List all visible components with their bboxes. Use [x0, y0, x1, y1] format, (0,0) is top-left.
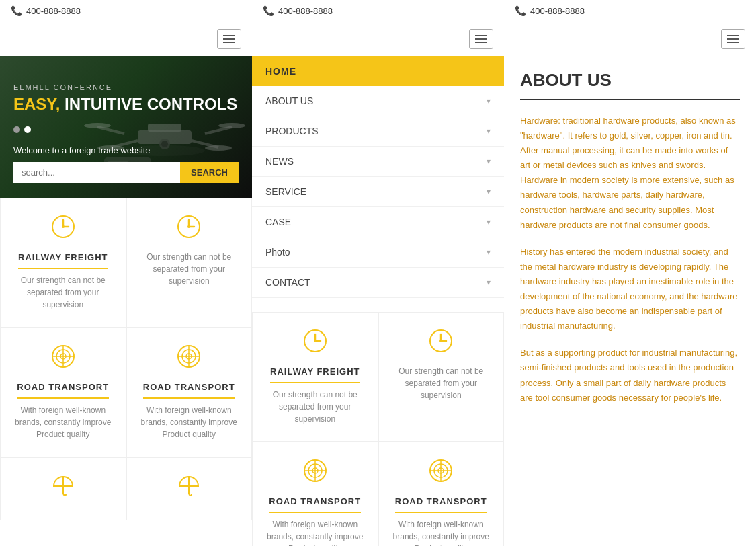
- nav-item-service[interactable]: SERVICE ▾: [252, 177, 504, 207]
- railway-title-left: RAILWAY FREIGHT: [18, 252, 108, 269]
- ham-line: [223, 35, 235, 36]
- right-panel: ABOUT US Hardware: traditional hardware …: [504, 56, 756, 546]
- mid-service-card-railway: RAILWAY FREIGHT Our strength can not be …: [252, 312, 378, 442]
- phone-number-1: 400-888-8888: [26, 6, 81, 16]
- service-card-railway-left: RAILWAY FREIGHT Our strength can not be …: [0, 198, 126, 327]
- nav-item-photo[interactable]: Photo ▾: [252, 237, 504, 268]
- mid-road-title-1: ROAD TRANSPORT: [269, 496, 361, 513]
- road-title-left: ROAD TRANSPORT: [17, 382, 109, 399]
- about-para-3: But as a supporting product for industri…: [520, 346, 740, 405]
- mid-road-icon-2: [390, 459, 493, 488]
- hero-title: EASY, INTUITIVE CONTROLS: [13, 95, 239, 113]
- hero-text: ELMHLL CONFERNCE EASY, INTUITIVE CONTROL…: [0, 56, 252, 120]
- ham-line: [475, 38, 487, 40]
- top-bar-1: 📞 400-888-8888: [0, 0, 252, 22]
- phone-number-3: 400-888-8888: [530, 6, 585, 16]
- mid-service-grid: RAILWAY FREIGHT Our strength can not be …: [252, 312, 504, 546]
- dot-2[interactable]: [24, 126, 31, 133]
- svg-point-32: [314, 340, 317, 342]
- blank-desc-left: Our strength can not be separated from y…: [138, 251, 241, 287]
- header-bar-2: [252, 22, 504, 56]
- left-panel: ELMHLL CONFERNCE EASY, INTUITIVE CONTROL…: [0, 56, 252, 546]
- service-card-umbrella-left: [0, 457, 126, 520]
- road-title-right: ROAD TRANSPORT: [143, 382, 235, 399]
- hero-search: SEARCH: [0, 155, 252, 190]
- nav-item-products[interactable]: PRODUCTS ▾: [252, 116, 504, 147]
- svg-point-16: [62, 225, 65, 228]
- service-card-umbrella-right: [126, 457, 253, 520]
- header-bar-1: [0, 22, 252, 56]
- mid-railway-desc: Our strength can not be separated from y…: [263, 389, 367, 425]
- nav-item-news[interactable]: NEWS ▾: [252, 147, 504, 177]
- chevron-down-icon-photo: ▾: [487, 247, 491, 257]
- top-bar-2: 📞 400-888-8888: [252, 0, 504, 22]
- mid-road-title-2: ROAD TRANSPORT: [395, 496, 487, 513]
- nav-label-service: SERVICE: [265, 186, 306, 197]
- nav-home-item[interactable]: HOME: [252, 56, 504, 86]
- mid-road-desc-1: With foreign well-known brands, constant…: [263, 518, 367, 546]
- hero-dots: [0, 120, 252, 140]
- chevron-down-icon-about: ▾: [487, 96, 491, 106]
- chevron-down-icon-products: ▾: [487, 126, 491, 136]
- nav-label-case: CASE: [265, 217, 291, 227]
- ham-line: [727, 38, 739, 40]
- service-grid-left: RAILWAY FREIGHT Our strength can not be …: [0, 198, 252, 520]
- nav-label-products: PRODUCTS: [265, 126, 319, 136]
- svg-point-18: [187, 225, 190, 228]
- umbrella-icon-right: [138, 474, 241, 504]
- road-icon-left: [11, 344, 115, 374]
- search-input[interactable]: [13, 162, 180, 183]
- chevron-down-icon-case: ▾: [487, 217, 491, 227]
- about-para-1: Hardware: traditional hardware products,…: [520, 114, 740, 233]
- service-card-road-right: ROAD TRANSPORT With foreign well-known b…: [126, 327, 253, 457]
- mid-service-card-blank: Our strength can not be separated from y…: [378, 312, 505, 442]
- ham-line: [475, 35, 487, 36]
- hamburger-btn-2[interactable]: [469, 29, 493, 49]
- blank-icon: [138, 214, 241, 244]
- chevron-down-icon-contact: ▾: [487, 278, 491, 287]
- railway-desc-left: Our strength can not be separated from y…: [11, 274, 115, 311]
- hamburger-btn-3[interactable]: [721, 29, 745, 49]
- hero-welcome: Welcome to a foreign trade website: [0, 140, 252, 155]
- nav-item-contact[interactable]: CONTACT ▾: [252, 268, 504, 298]
- hero-title-yellow: EASY,: [13, 95, 60, 113]
- chevron-down-icon-news: ▾: [487, 157, 491, 166]
- service-card-road-left: ROAD TRANSPORT With foreign well-known b…: [0, 327, 126, 457]
- nav-label-about: ABOUT US: [265, 95, 313, 106]
- header-bar-3: [504, 22, 756, 56]
- dot-1[interactable]: [13, 126, 20, 133]
- ham-line: [475, 42, 487, 43]
- nav-item-about[interactable]: ABOUT US ▾: [252, 86, 504, 116]
- about-divider: [520, 99, 740, 100]
- road-desc-right: With foreign well-known brands, constant…: [138, 404, 241, 440]
- phone-icon-1: 📞: [11, 5, 22, 16]
- phone-icon-3: 📞: [515, 5, 526, 16]
- about-title: ABOUT US: [520, 70, 740, 91]
- nav-label-photo: Photo: [265, 247, 290, 258]
- mid-railway-icon: [263, 329, 367, 358]
- service-card-blank-left: Our strength can not be separated from y…: [126, 198, 253, 327]
- nav-label-contact: CONTACT: [265, 277, 310, 288]
- top-bars: 📞 400-888-8888 📞 400-888-8888 📞 400-888-…: [0, 0, 756, 22]
- nav-divider: [265, 305, 491, 305]
- ham-line: [223, 42, 235, 43]
- header-bars: [0, 22, 756, 56]
- mid-road-desc-2: With foreign well-known brands, constant…: [390, 518, 493, 546]
- about-para-2: History has entered the modern industria…: [520, 245, 740, 334]
- mid-road-icon-1: [263, 459, 367, 488]
- main-wrapper: ELMHLL CONFERNCE EASY, INTUITIVE CONTROL…: [0, 56, 756, 546]
- mid-railway-title: RAILWAY FREIGHT: [270, 366, 360, 383]
- hamburger-btn-1[interactable]: [217, 29, 241, 49]
- mid-service-card-road1: ROAD TRANSPORT With foreign well-known b…: [252, 442, 378, 546]
- top-bar-3: 📞 400-888-8888: [504, 0, 756, 22]
- nav-item-case[interactable]: CASE ▾: [252, 207, 504, 237]
- ham-line: [223, 38, 235, 40]
- svg-point-34: [439, 340, 442, 342]
- ham-line: [727, 42, 739, 43]
- mid-blank-desc: Our strength can not be separated from y…: [390, 365, 493, 401]
- mid-service-card-road2: ROAD TRANSPORT With foreign well-known b…: [378, 442, 505, 546]
- hero-section: ELMHLL CONFERNCE EASY, INTUITIVE CONTROL…: [0, 56, 252, 198]
- nav-label-news: NEWS: [265, 156, 294, 167]
- ham-line: [727, 35, 739, 36]
- search-button[interactable]: SEARCH: [180, 162, 239, 183]
